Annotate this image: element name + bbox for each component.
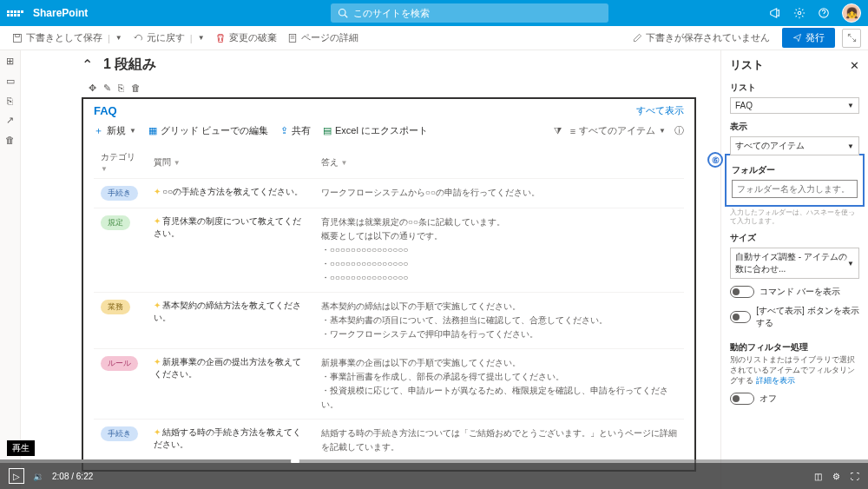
callout-badge: ⑥ <box>707 152 723 168</box>
layout-icon[interactable]: ▭ <box>6 76 15 87</box>
category-badge: 規定 <box>101 215 130 230</box>
table-row[interactable]: 手続き✦○○の手続き方法を教えてください。ワークフローシステムから○○の申請を行… <box>94 179 684 208</box>
star-icon: ✦ <box>154 301 161 310</box>
share-button[interactable]: ⇪共有 <box>280 124 311 137</box>
search-placeholder: このサイトを検索 <box>353 7 430 20</box>
help-icon[interactable] <box>818 7 830 19</box>
question-text: 結婚する時の手続き方法を教えてください。 <box>154 427 301 449</box>
collapse-icon[interactable]: ⌃ <box>82 56 93 73</box>
page-canvas: ⌃ 1 段組み ✥ ✎ ⎘ 🗑 FAQ すべて表示 ＋新規▼ ▦グリッド ビュー… <box>21 50 720 489</box>
app-launcher-icon[interactable] <box>7 10 24 17</box>
copy-icon[interactable]: ⎘ <box>7 96 13 106</box>
fullscreen-icon[interactable]: ⛶ <box>851 472 859 481</box>
star-icon: ✦ <box>154 357 161 367</box>
table-row[interactable]: 規定✦育児休業の制度について教えてください。育児休業は就業規定の○○条に記載して… <box>94 208 684 293</box>
folder-label: フォルダー <box>732 164 858 176</box>
megaphone-icon[interactable] <box>769 7 781 19</box>
answer-text: 結婚する時の手続き方法については「ご結婚おめでとうございます。」というページに詳… <box>314 420 684 462</box>
trash-icon[interactable]: 🗑 <box>131 83 141 94</box>
page-details-button[interactable]: ページの詳細 <box>282 31 364 44</box>
view-selector[interactable]: ≡すべてのアイテム▼ <box>570 124 666 137</box>
settings-icon[interactable] <box>793 7 806 19</box>
col-category[interactable]: カテゴリ ▼ <box>94 146 147 179</box>
save-draft-button[interactable]: 下書きとして保存 |▼ <box>7 31 128 44</box>
col-question[interactable]: 質問 ▼ <box>147 146 314 179</box>
webpart-toolbar: ✥ ✎ ⎘ 🗑 <box>82 79 148 97</box>
toggle-dynfilter[interactable]: オフ <box>730 393 859 405</box>
new-button[interactable]: ＋新規▼ <box>94 124 136 137</box>
delete-icon[interactable]: 🗑 <box>5 135 15 145</box>
view-label: 表示 <box>730 121 859 133</box>
info-icon[interactable]: ⓘ <box>674 124 684 137</box>
discard-button[interactable]: 変更の破棄 <box>210 31 282 44</box>
toggle-showall[interactable]: [すべて表示] ボタンを表示する <box>730 305 859 329</box>
settings-video-icon[interactable]: ⚙ <box>832 472 840 481</box>
volume-icon[interactable]: 🔉 <box>33 472 43 481</box>
property-pane: リスト✕ リスト FAQ▼ 表示 すべてのアイテム▼ ⑥ フォルダー 入力したフ… <box>720 50 868 489</box>
toggle-cmdbar[interactable]: コマンド バーを表示 <box>730 286 859 298</box>
filter-icon[interactable]: ⧩ <box>554 125 562 136</box>
question-text: 育児休業の制度について教えてください。 <box>154 216 301 238</box>
category-badge: 手続き <box>101 426 138 441</box>
table-row[interactable]: ルール✦新規事業の企画の提出方法を教えてください。新規事業の企画は以下の手順で実… <box>94 349 684 420</box>
size-select[interactable]: 自動サイズ調整 - アイテムの数に合わせ...▼ <box>730 248 859 279</box>
show-all-link[interactable]: すべて表示 <box>636 104 684 117</box>
move-icon[interactable]: ✥ <box>89 83 96 94</box>
expand-icon <box>847 33 857 43</box>
question-text: 基本契約の締結方法を教えてください。 <box>154 301 301 322</box>
excel-export-button[interactable]: ▤Excel にエクスポート <box>323 124 428 137</box>
faq-title: FAQ <box>94 104 117 117</box>
app-name: SharePoint <box>33 7 88 19</box>
view-select[interactable]: すべてのアイテム▼ <box>730 136 859 155</box>
answer-text: 基本契約の締結は以下の手順で実施してください。・基本契約書の項目について、法務担… <box>314 293 684 349</box>
dynfilter-heading: 動的フィルター処理 <box>730 341 859 354</box>
dynfilter-desc: 別のリストまたはライブラリで選択されているアイテムでフィルタリングする 詳細を表… <box>730 355 859 386</box>
publish-icon <box>792 33 802 43</box>
table-row[interactable]: 業務✦基本契約の締結方法を教えてください。基本契約の締結は以下の手順で実施してく… <box>94 293 684 349</box>
duplicate-icon[interactable]: ⎘ <box>118 83 124 94</box>
star-icon: ✦ <box>154 187 161 196</box>
category-badge: 手続き <box>101 186 138 201</box>
list-command-bar: ＋新規▼ ▦グリッド ビューでの編集 ⇪共有 ▤Excel にエクスポート ⧩ … <box>94 124 684 137</box>
section-title: 1 段組み <box>103 56 156 74</box>
edit-icon[interactable]: ✎ <box>103 83 111 94</box>
play-button[interactable]: ▷ <box>9 468 24 484</box>
faq-webpart-selected[interactable]: FAQ すべて表示 ＋新規▼ ▦グリッド ビューでの編集 ⇪共有 ▤Excel … <box>82 97 696 472</box>
video-play-label: 再生 <box>7 440 35 456</box>
grid-edit-button[interactable]: ▦グリッド ビューでの編集 <box>148 124 268 137</box>
star-icon: ✦ <box>154 216 161 226</box>
dynfilter-link[interactable]: 詳細を表示 <box>756 376 795 385</box>
list-select[interactable]: FAQ▼ <box>730 97 859 114</box>
category-badge: ルール <box>101 356 138 371</box>
discard-icon <box>215 33 226 43</box>
cc-icon[interactable]: ◫ <box>814 472 822 481</box>
table-row[interactable]: 手続き✦結婚する時の手続き方法を教えてください。結婚する時の手続き方法については… <box>94 420 684 462</box>
publish-button[interactable]: 発行 <box>782 28 835 48</box>
search-input[interactable]: このサイトを検索 <box>331 3 608 23</box>
close-icon[interactable]: ✕ <box>850 59 859 72</box>
left-rail: ⊞ ▭ ⎘ ↗ 🗑 <box>0 50 21 489</box>
answer-text: 新規事業の企画は以下の手順で実施してください。・事業計画書を作成し、部長の承認を… <box>314 349 684 420</box>
page-command-bar: 下書きとして保存 |▼ 元に戻す |▼ 変更の破棄 ページの詳細 下書きが保存さ… <box>0 26 868 50</box>
undo-icon <box>133 33 143 43</box>
size-label: サイズ <box>730 232 859 244</box>
faq-table: カテゴリ ▼ 質問 ▼ 答え ▼ 手続き✦○○の手続き方法を教えてください。ワー… <box>94 146 684 461</box>
answer-text: 育児休業は就業規定の○○条に記載しています。概要としては以下の通りです。・○○○… <box>314 208 684 293</box>
video-controls: ▷ 🔉 2:08 / 6:22 ◫ ⚙ ⛶ <box>0 463 868 489</box>
col-answer[interactable]: 答え ▼ <box>314 146 684 179</box>
section-header: ⌃ 1 段組み <box>82 56 696 74</box>
svg-point-0 <box>339 10 346 17</box>
pane-title: リスト✕ <box>730 57 859 73</box>
details-icon <box>287 33 298 43</box>
folder-highlight: ⑥ フォルダー <box>725 154 865 207</box>
user-avatar[interactable]: 👧 <box>842 3 861 23</box>
list-label: リスト <box>730 82 859 94</box>
search-icon <box>338 8 348 18</box>
link-icon[interactable]: ↗ <box>6 115 14 126</box>
svg-point-2 <box>798 11 801 15</box>
add-section-icon[interactable]: ⊞ <box>6 56 14 67</box>
expand-button[interactable] <box>842 29 861 48</box>
undo-button[interactable]: 元に戻す |▼ <box>128 31 210 44</box>
suite-header: SharePoint このサイトを検索 👧 <box>0 0 868 26</box>
folder-input[interactable] <box>732 180 858 198</box>
